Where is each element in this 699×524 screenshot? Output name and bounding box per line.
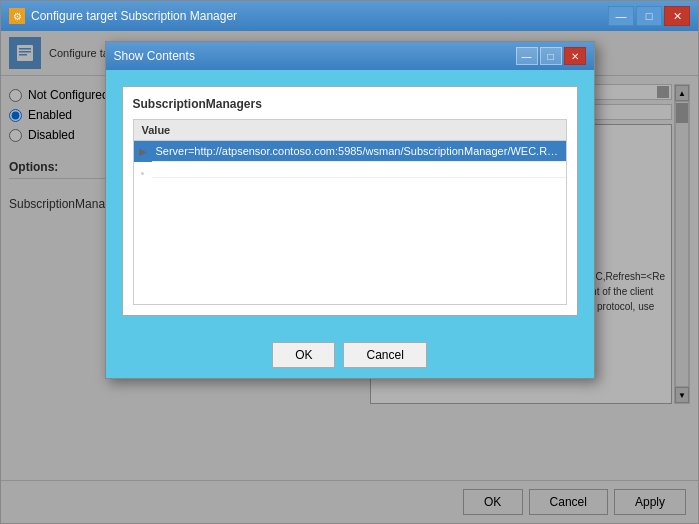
row-arrow-icon: ▶ — [134, 142, 152, 161]
modal-minimize-button[interactable]: — — [516, 47, 538, 65]
modal-footer: OK Cancel — [106, 332, 594, 378]
title-bar-left: ⚙ Configure target Subscription Manager — [9, 8, 237, 24]
modal-close-button[interactable]: ✕ — [564, 47, 586, 65]
title-bar-buttons: — □ ✕ — [608, 6, 690, 26]
modal-ok-button[interactable]: OK — [272, 342, 335, 368]
title-bar: ⚙ Configure target Subscription Manager … — [1, 1, 698, 31]
modal-body: SubscriptionManagers Value ▶ Server=http… — [106, 70, 594, 332]
modal-title-bar: Show Contents — □ ✕ — [106, 42, 594, 70]
table-empty-space — [134, 184, 566, 304]
row-value-2 — [152, 169, 566, 178]
maximize-button[interactable]: □ — [636, 6, 662, 26]
table-header: Value — [134, 120, 566, 141]
modal-restore-button[interactable]: □ — [540, 47, 562, 65]
modal-inner: SubscriptionManagers Value ▶ Server=http… — [122, 86, 578, 316]
modal-title: Show Contents — [114, 49, 195, 63]
modal-table: Value ▶ Server=http://atpsensor.contoso.… — [133, 119, 567, 305]
modal-title-buttons: — □ ✕ — [516, 47, 586, 65]
main-window: ⚙ Configure target Subscription Manager … — [0, 0, 699, 524]
row-value-1: Server=http://atpsensor.contoso.com:5985… — [152, 141, 566, 162]
minimize-button[interactable]: — — [608, 6, 634, 26]
table-row[interactable]: ▶ Server=http://atpsensor.contoso.com:59… — [134, 141, 566, 162]
close-button[interactable]: ✕ — [664, 6, 690, 26]
modal-window: Show Contents — □ ✕ SubscriptionManagers — [105, 41, 595, 379]
window-title: Configure target Subscription Manager — [31, 9, 237, 23]
table-row-empty[interactable]: • — [134, 162, 566, 184]
modal-section-title: SubscriptionManagers — [133, 97, 567, 111]
modal-cancel-button[interactable]: Cancel — [343, 342, 426, 368]
main-content: Configure target Subscription Manager No… — [1, 31, 698, 523]
modal-overlay: Show Contents — □ ✕ SubscriptionManagers — [1, 31, 698, 523]
app-icon: ⚙ — [9, 8, 25, 24]
row-arrow-empty-icon: • — [134, 164, 152, 183]
